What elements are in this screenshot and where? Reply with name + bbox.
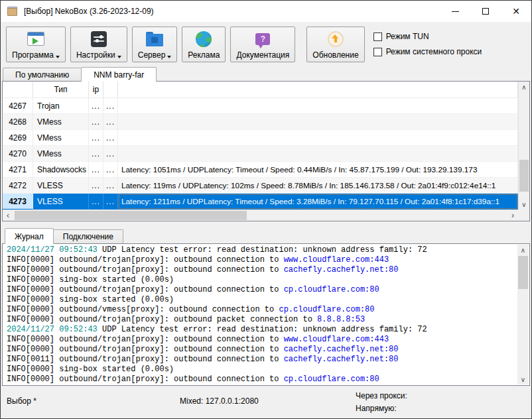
documentation-button[interactable]: ? Документация bbox=[230, 27, 295, 62]
row-id: 4270 bbox=[3, 146, 33, 162]
scroll-right-icon[interactable]: › bbox=[507, 210, 518, 221]
table-horizontal-scrollbar[interactable]: ‹ › bbox=[3, 210, 518, 221]
tab-nnm-barry-far[interactable]: NNM barry-far bbox=[81, 67, 157, 82]
log-segment-plain: INFO[0000] sing-box started (0.00s) bbox=[7, 365, 174, 374]
log-view[interactable]: 2024/11/27 09:52:43 UDP Latency test err… bbox=[2, 243, 530, 386]
header-row-number[interactable] bbox=[3, 82, 33, 98]
table-hscroll-thumb[interactable] bbox=[15, 211, 247, 220]
ads-button-label: Реклама bbox=[188, 50, 220, 60]
row-info: Latency: 119ms / UDPLatency: 102ms / Spe… bbox=[118, 178, 518, 194]
log-line: INFO[0000] outbound/trojan[proxy]: outbo… bbox=[7, 315, 516, 325]
server-button-label: Сервер bbox=[138, 50, 166, 60]
log-vscroll-thumb[interactable] bbox=[518, 256, 528, 289]
close-button[interactable]: ✕ bbox=[501, 1, 531, 22]
row-type: VLESS bbox=[33, 178, 89, 194]
row-col2: ... bbox=[103, 194, 118, 210]
settings-button[interactable]: Настройки bbox=[70, 27, 127, 62]
maximize-button[interactable] bbox=[470, 1, 501, 22]
tab-default-group[interactable]: По умолчанию bbox=[3, 68, 82, 81]
settings-button-label: Настройки bbox=[76, 50, 115, 60]
log-segment-link: cachefly.cachefly.net:80 bbox=[284, 345, 399, 354]
tun-mode-checkbox-row[interactable]: Режим TUN bbox=[373, 32, 482, 41]
system-proxy-checkbox[interactable] bbox=[373, 48, 382, 56]
log-segment-plain: UDP Latency test error: read destination… bbox=[98, 245, 427, 255]
row-col1: ... bbox=[89, 114, 103, 130]
header-type[interactable]: Тип bbox=[33, 82, 89, 98]
program-button[interactable]: Программа bbox=[6, 27, 66, 62]
status-via-proxy: Через прокси: bbox=[356, 390, 407, 402]
log-segment-plain: INFO[0000] outbound/vmess[proxy]: outbou… bbox=[7, 305, 279, 314]
log-segment-time: 2024/11/27 09:52:43 bbox=[7, 245, 98, 255]
system-proxy-checkbox-row[interactable]: Режим системного прокси bbox=[373, 47, 482, 56]
table-vscroll-thumb[interactable] bbox=[519, 160, 529, 192]
table-row[interactable]: 4272VLESS......Latency: 119ms / UDPLaten… bbox=[3, 178, 518, 194]
log-segment-plain: INFO[0000] outbound/trojan[proxy]: outbo… bbox=[7, 375, 284, 384]
table-row[interactable]: 4270VMess...... bbox=[3, 146, 518, 162]
row-col1: ... bbox=[89, 194, 103, 210]
row-col2: ... bbox=[103, 178, 118, 194]
tun-mode-checkbox[interactable] bbox=[373, 32, 382, 41]
status-selection: Выбор * bbox=[7, 396, 36, 406]
log-line: 2024/11/27 09:52:43 UDP Latency test err… bbox=[7, 325, 516, 335]
table-row[interactable]: 4268VMess...... bbox=[3, 114, 518, 130]
documentation-button-label: Документация bbox=[236, 50, 289, 60]
settings-sliders-icon bbox=[91, 30, 107, 48]
log-line: 2024/11/27 09:52:43 UDP Latency test err… bbox=[7, 245, 516, 255]
table-vertical-scrollbar[interactable]: ∧ ∨ bbox=[518, 82, 529, 210]
scroll-up-icon[interactable]: ∧ bbox=[519, 82, 529, 92]
tab-connections[interactable]: Подключение bbox=[53, 229, 123, 243]
app-icon bbox=[7, 6, 19, 17]
log-segment-plain: INFO[0000] outbound/trojan[proxy]: outbo… bbox=[7, 265, 284, 274]
log-segment-plain: INFO[0000] outbound/trojan[proxy]: outbo… bbox=[7, 335, 284, 344]
log-line: INFO[0000] sing-box started (0.00s) bbox=[7, 295, 516, 305]
log-segment-link: www.cloudflare.com:443 bbox=[284, 335, 389, 344]
mode-checkbox-group: Режим TUN Режим системного прокси bbox=[373, 32, 482, 56]
log-line: INFO[0000] sing-box started (0.00s) bbox=[7, 275, 516, 285]
title-bar[interactable]: [Выбор] NekoBox (3.26-2023-12-09) ✕ bbox=[1, 1, 531, 22]
row-col2: ... bbox=[103, 114, 118, 130]
globe-icon bbox=[196, 30, 212, 48]
table-row[interactable]: 4267Trojan...... bbox=[3, 98, 518, 114]
system-proxy-label: Режим системного прокси bbox=[386, 47, 482, 56]
row-type: VMess bbox=[33, 146, 89, 162]
row-type: VMess bbox=[33, 130, 89, 146]
header-col4[interactable] bbox=[103, 82, 118, 98]
update-button[interactable]: Обновление bbox=[306, 27, 364, 62]
update-button-label: Обновление bbox=[312, 50, 358, 60]
window-title: [Выбор] NekoBox (3.26-2023-12-09) bbox=[24, 7, 154, 16]
log-line: INFO[0000] outbound/trojan[proxy]: outbo… bbox=[7, 285, 516, 295]
table-row[interactable]: 4273VLESS......Latency: 1211ms / UDPLate… bbox=[3, 194, 518, 210]
log-segment-plain: INFO[0000] sing-box started (0.00s) bbox=[7, 295, 174, 304]
log-segment-plain: INFO[0000] outbound/trojan[proxy]: outbo… bbox=[7, 255, 284, 265]
row-type: Trojan bbox=[33, 98, 89, 114]
log-tab-bar: Журнал Подключение bbox=[1, 227, 531, 243]
log-segment-plain: INFO[0000] outbound/trojan[proxy]: outbo… bbox=[7, 315, 317, 324]
scroll-down-icon[interactable]: ∨ bbox=[517, 374, 529, 385]
row-col2: ... bbox=[103, 98, 118, 114]
server-button[interactable]: Сервер bbox=[132, 27, 178, 62]
log-segment-link: 8.8.8.8:53 bbox=[317, 315, 365, 324]
table-row[interactable]: 4271Shadowsocks......Latency: 1051ms / U… bbox=[3, 162, 518, 178]
tab-log[interactable]: Журнал bbox=[5, 228, 54, 244]
log-line: INFO[0000] sing-box started (0.00s) bbox=[7, 365, 516, 375]
scroll-up-icon[interactable]: ∧ bbox=[517, 245, 529, 255]
scroll-left-icon[interactable]: ‹ bbox=[3, 210, 13, 221]
server-table: Тип ip 4267Trojan......4268VMess......42… bbox=[2, 81, 530, 221]
log-line: INFO[0000] outbound/vmess[proxy]: outbou… bbox=[7, 305, 516, 315]
log-vertical-scrollbar[interactable]: ∧ ∨ bbox=[517, 245, 529, 385]
dropdown-arrow-icon bbox=[56, 56, 60, 58]
scroll-down-icon[interactable]: ∨ bbox=[519, 199, 529, 210]
table-body: 4267Trojan......4268VMess......4269VMess… bbox=[3, 98, 518, 210]
row-id: 4267 bbox=[3, 98, 33, 114]
header-ip[interactable]: ip bbox=[89, 82, 103, 98]
table-row[interactable]: 4269VMess...... bbox=[3, 130, 518, 146]
row-col1: ... bbox=[89, 146, 103, 162]
header-info[interactable] bbox=[118, 82, 518, 98]
log-segment-link: cachefly.cachefly.net:80 bbox=[284, 355, 399, 364]
log-segment-plain: INFO[0000] outbound/trojan[proxy]: outbo… bbox=[7, 345, 284, 354]
minimize-button[interactable] bbox=[440, 1, 470, 22]
spacer bbox=[1, 221, 531, 227]
ads-button[interactable]: Реклама bbox=[182, 27, 226, 62]
log-line: INFO[0000] outbound/trojan[proxy]: outbo… bbox=[7, 375, 516, 385]
row-info bbox=[118, 98, 518, 114]
